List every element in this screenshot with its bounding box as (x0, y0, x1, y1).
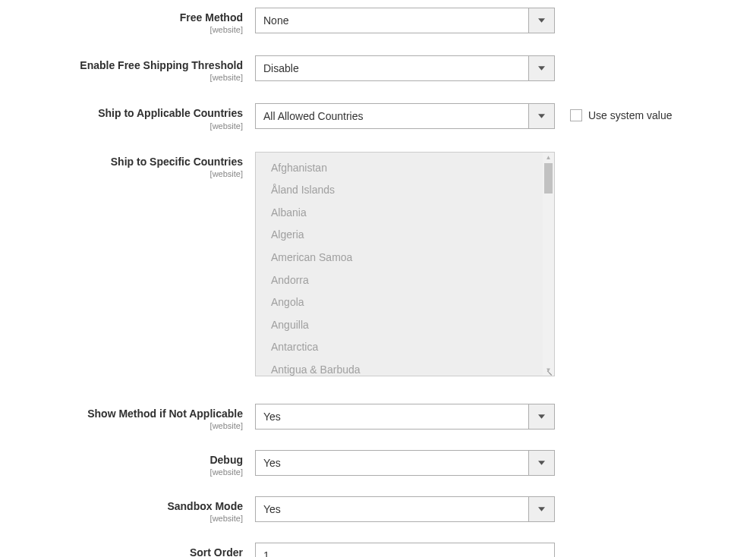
field-label: Free Method (0, 11, 243, 24)
use-system-value-checkbox[interactable] (570, 109, 582, 121)
country-option[interactable]: Angola (256, 291, 554, 314)
field-sandbox-mode: Sandbox Mode [website] Yes (0, 496, 756, 523)
field-free-shipping-threshold: Enable Free Shipping Threshold [website]… (0, 55, 756, 82)
ship-applicable-select[interactable]: All Allowed Countries (255, 103, 555, 129)
field-scope: [website] (0, 121, 243, 131)
field-show-method: Show Method if Not Applicable [website] … (0, 404, 756, 430)
country-option[interactable]: Andorra (256, 269, 554, 292)
label-col: Sandbox Mode [website] (0, 496, 243, 523)
country-option[interactable]: Albania (256, 202, 554, 225)
select-value: Yes (256, 497, 528, 521)
control-col: Afghanistan Åland Islands Albania Algeri… (255, 152, 555, 376)
label-col: Ship to Specific Countries [website] (0, 152, 243, 178)
select-value: All Allowed Countries (256, 104, 528, 128)
country-option[interactable]: Åland Islands (256, 179, 554, 202)
dropdown-arrow-icon (528, 404, 554, 429)
select-value: Yes (256, 451, 528, 475)
select-value: Disable (256, 56, 528, 80)
show-method-select[interactable]: Yes (255, 404, 555, 430)
country-option[interactable]: American Samoa (256, 247, 554, 269)
country-option[interactable]: Algeria (256, 224, 554, 247)
field-sort-order: Sort Order [website] (0, 543, 756, 557)
field-scope: [website] (0, 421, 243, 430)
label-col: Sort Order [website] (0, 543, 243, 557)
control-col: Yes (255, 496, 555, 522)
field-ship-applicable-countries: Ship to Applicable Countries [website] A… (0, 103, 756, 130)
country-option[interactable]: Afghanistan (256, 157, 554, 180)
control-col: Disable (255, 55, 555, 81)
control-col: Yes (255, 450, 555, 476)
field-label: Sort Order (0, 546, 243, 557)
control-col: None (255, 8, 555, 33)
scroll-down-icon[interactable]: ▼ (543, 365, 554, 376)
field-scope: [website] (0, 467, 243, 477)
select-value: None (256, 8, 528, 33)
scroll-thumb[interactable] (544, 163, 553, 194)
sandbox-mode-select[interactable]: Yes (255, 496, 555, 522)
scrollbar[interactable]: ▲ ▼ (543, 153, 554, 376)
field-scope: [website] (0, 169, 243, 178)
dropdown-arrow-icon (528, 451, 554, 475)
field-scope: [website] (0, 73, 243, 82)
field-label: Show Method if Not Applicable (0, 407, 243, 420)
multiselect-options: Afghanistan Åland Islands Albania Algeri… (256, 153, 554, 376)
label-col: Free Method [website] (0, 8, 243, 34)
field-debug: Debug [website] Yes (0, 450, 756, 477)
field-scope: [website] (0, 25, 243, 34)
field-label: Ship to Applicable Countries (0, 106, 243, 120)
free-shipping-threshold-select[interactable]: Disable (255, 55, 555, 81)
country-option[interactable]: Antigua & Barbuda (256, 359, 554, 376)
label-col: Debug [website] (0, 450, 243, 477)
field-scope: [website] (0, 514, 243, 523)
dropdown-arrow-icon (528, 8, 554, 33)
scroll-track[interactable] (543, 163, 554, 365)
use-system-value-label: Use system value (588, 109, 672, 121)
field-label: Debug (0, 453, 243, 467)
field-label: Sandbox Mode (0, 499, 243, 513)
control-col (255, 543, 555, 557)
country-option[interactable]: Antarctica (256, 336, 554, 359)
control-col: Yes (255, 404, 555, 430)
country-option[interactable]: Anguilla (256, 314, 554, 337)
field-ship-specific-countries: Ship to Specific Countries [website] Afg… (0, 152, 756, 376)
dropdown-arrow-icon (528, 104, 554, 128)
use-system-value-wrapper: Use system value (570, 103, 672, 121)
settings-form: Free Method [website] None Enable Free S… (0, 8, 756, 557)
sort-order-input[interactable] (255, 543, 555, 557)
control-col: All Allowed Countries (255, 103, 555, 129)
label-col: Ship to Applicable Countries [website] (0, 103, 243, 130)
scroll-up-icon[interactable]: ▲ (543, 153, 554, 163)
select-value: Yes (256, 404, 528, 429)
label-col: Show Method if Not Applicable [website] (0, 404, 243, 430)
debug-select[interactable]: Yes (255, 450, 555, 476)
free-method-select[interactable]: None (255, 8, 555, 33)
label-col: Enable Free Shipping Threshold [website] (0, 55, 243, 82)
field-label: Ship to Specific Countries (0, 155, 243, 168)
ship-specific-multiselect[interactable]: Afghanistan Åland Islands Albania Algeri… (255, 152, 555, 376)
dropdown-arrow-icon (528, 497, 554, 521)
field-free-method: Free Method [website] None (0, 8, 756, 34)
dropdown-arrow-icon (528, 56, 554, 80)
field-label: Enable Free Shipping Threshold (0, 58, 243, 72)
